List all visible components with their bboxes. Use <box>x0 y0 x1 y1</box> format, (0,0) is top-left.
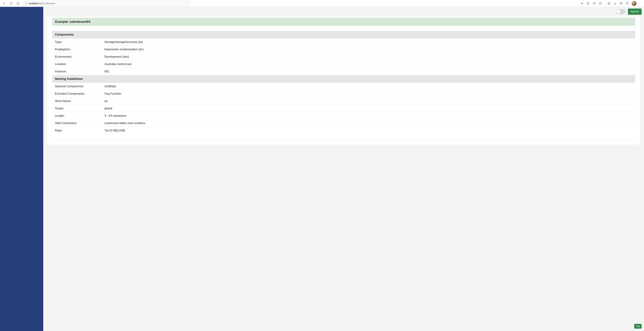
url-path: /reference <box>44 2 55 5</box>
kv-val: Australia Central (ac) <box>104 63 632 66</box>
extensions-button[interactable] <box>598 1 603 6</box>
kv-key: ProjAppSvc: <box>55 48 104 51</box>
guidelines-header: Naming Guidelines <box>52 75 635 83</box>
collections-button[interactable] <box>624 1 630 6</box>
app-viewport: Admin Example: sadcdevac001 Components T… <box>0 7 644 331</box>
kv-val: 3 - 24 characters <box>104 114 632 118</box>
home-button[interactable] <box>15 1 21 6</box>
immersive-reader-icon <box>586 2 590 5</box>
kv-val: Lowercase letters and numbers. <box>104 121 632 125</box>
browser-essentials-button[interactable] <box>618 1 624 6</box>
kv-val: Development (dev) <box>104 55 632 59</box>
guidelines-row-regx: Regx: ^[a-z0-9]{3,24}$ <box>52 127 635 134</box>
guidelines-row-scope: Scope: global <box>52 105 635 112</box>
sidebar <box>0 7 43 331</box>
collections-icon <box>626 2 629 5</box>
kv-key: Type: <box>55 40 104 44</box>
puzzle-icon <box>599 2 602 5</box>
kv-val: Storage/storageAccounts (sa) <box>104 40 632 44</box>
kv-key: Scope: <box>55 107 104 110</box>
profile-avatar[interactable] <box>632 1 636 6</box>
more-icon: ·· <box>638 2 642 5</box>
components-row-type: Type: Storage/storageAccounts (sa) <box>52 39 635 46</box>
kv-key: Location: <box>55 63 104 66</box>
kv-key: Valid Characters: <box>55 121 104 125</box>
site-info-icon <box>25 2 28 5</box>
kv-val: ^[a-z0-9]{3,24}$ <box>104 129 632 132</box>
home-icon <box>16 2 20 5</box>
read-aloud-icon <box>580 2 584 5</box>
components-header: Components <box>52 31 635 39</box>
kv-val: sa <box>104 99 632 103</box>
app-header: Admin <box>43 7 644 17</box>
refresh-icon <box>10 2 13 5</box>
shield-heart-icon <box>620 2 623 5</box>
guidelines-section: Naming Guidelines Optional Components: U… <box>52 75 635 134</box>
kv-key: Short Name: <box>55 99 104 103</box>
url-port: :8081 <box>38 2 44 5</box>
kv-val: Org,Function <box>104 92 632 96</box>
kv-key: Length: <box>55 114 104 118</box>
components-row-location: Location: Australia Central (ac) <box>52 61 635 68</box>
example-prefix: Example: <box>55 20 70 24</box>
divider <box>52 28 635 28</box>
kv-key: Instance: <box>55 70 104 73</box>
browser-toolbar: localhost:8081/reference ·· <box>0 0 644 7</box>
kv-val: Datacenter modernization (dc) <box>104 48 632 51</box>
favorites-button[interactable] <box>606 1 612 6</box>
kv-key: Excluded Components: <box>55 92 104 96</box>
url-host: localhost <box>29 2 38 5</box>
read-aloud-button[interactable] <box>579 1 585 6</box>
scroll-top-button[interactable]: Top <box>634 324 642 328</box>
kv-val: UnitDept <box>104 85 632 88</box>
kv-val: 001 <box>104 70 632 73</box>
more-button[interactable]: ·· <box>637 1 643 6</box>
enter-immersive-button[interactable] <box>585 1 591 6</box>
example-banner: Example: sadcdevac001 <box>52 18 635 26</box>
guidelines-row-shortname: Short Name: sa <box>52 98 635 105</box>
toggle-knob <box>616 10 620 14</box>
add-favorite-button[interactable] <box>592 1 597 6</box>
address-text: localhost:8081/reference <box>29 2 55 5</box>
reference-card: Example: sadcdevac001 Components Type: S… <box>47 17 640 145</box>
guidelines-row-length: Length: 3 - 24 characters <box>52 112 635 120</box>
kv-key: Environment: <box>55 55 104 59</box>
guidelines-row-validchars: Valid Characters: Lowercase letters and … <box>52 120 635 127</box>
components-row-instance: Instance: 001 <box>52 68 635 75</box>
kv-key: Regx: <box>55 129 104 132</box>
admin-button[interactable]: Admin <box>628 9 642 15</box>
address-bar[interactable]: localhost:8081/reference <box>23 1 190 6</box>
back-button[interactable] <box>1 1 7 6</box>
theme-toggle[interactable] <box>616 9 626 14</box>
kv-val: global <box>104 107 632 110</box>
components-row-environment: Environment: Development (dev) <box>52 53 635 61</box>
browser-right-controls: ·· <box>579 1 643 6</box>
guidelines-row-optional: Optional Components: UnitDept <box>52 83 635 90</box>
refresh-button[interactable] <box>8 1 14 6</box>
example-value: sadcdevac001 <box>70 20 90 24</box>
toolbar-separator <box>604 2 605 5</box>
arrow-left-icon <box>3 2 6 5</box>
main-column: Admin Example: sadcdevac001 Components T… <box>43 7 644 331</box>
downloads-button[interactable] <box>612 1 618 6</box>
download-icon <box>614 2 616 5</box>
content-scroll[interactable]: Example: sadcdevac001 Components Type: S… <box>43 17 644 331</box>
components-section: Components Type: Storage/storageAccounts… <box>52 31 635 75</box>
svg-rect-9 <box>626 3 628 5</box>
star-list-icon <box>607 2 610 5</box>
star-add-icon <box>593 2 596 5</box>
components-row-projappsvc: ProjAppSvc: Datacenter modernization (dc… <box>52 46 635 53</box>
kv-key: Optional Components: <box>55 85 104 88</box>
guidelines-row-excluded: Excluded Components: Org,Function <box>52 90 635 98</box>
